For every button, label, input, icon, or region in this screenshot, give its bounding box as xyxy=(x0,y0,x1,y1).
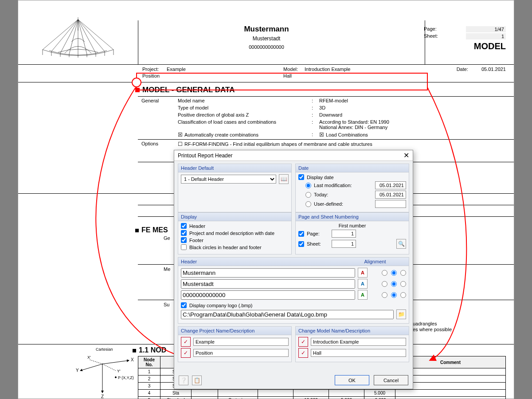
load-combi-check-icon xyxy=(319,132,326,137)
proj-desc-input[interactable] xyxy=(193,349,289,357)
general-data-block: General Model name : RFEM-model Type of … xyxy=(138,96,514,139)
bg-frag1: uadrangles xyxy=(413,321,437,326)
svg-point-15 xyxy=(115,377,117,378)
numbering-sheet-checkbox[interactable] xyxy=(298,241,304,247)
fe-sub-su: Su xyxy=(164,302,169,307)
lastmod-date-input[interactable] xyxy=(375,181,406,189)
model-desc-input[interactable] xyxy=(311,349,406,357)
coordinate-system-icon: Cartesian X Y Z X' Y' P (X,Y,Z) xyxy=(71,346,147,399)
table-row: 4Sta5.000 xyxy=(138,390,506,397)
svg-text:X: X xyxy=(131,357,134,362)
project-value: Example xyxy=(167,66,186,72)
svg-text:Y': Y' xyxy=(117,369,121,373)
company-number: 0000000000000 xyxy=(142,44,391,50)
header-default-select[interactable]: 1 - Default Header xyxy=(181,175,276,184)
svg-text:Z: Z xyxy=(101,394,104,399)
header-meta: Page: 1/47 Sheet: 1 MODEL xyxy=(424,26,506,51)
date-user-radio[interactable] xyxy=(305,201,311,207)
svg-line-14 xyxy=(89,360,102,364)
options-block: Options RF-FORM-FINDING - Find initial e… xyxy=(138,140,514,149)
fe-sub-me: Me xyxy=(164,266,170,272)
browse-logo-icon[interactable]: 📁 xyxy=(396,309,406,319)
display-group: Display Header Project and model descrip… xyxy=(178,212,292,254)
svg-text:Y: Y xyxy=(76,368,79,373)
display-footer-checkbox[interactable] xyxy=(181,237,187,243)
date-lastmod-radio[interactable] xyxy=(305,183,311,188)
change-project-group: Change Project Name/Description ✓ ✓ xyxy=(178,326,292,362)
option-check-icon xyxy=(178,141,184,147)
dialog-title: Printout Report Header xyxy=(178,153,232,159)
header-line1-input[interactable] xyxy=(181,268,355,278)
black-square-icon xyxy=(135,229,139,232)
dialog-titlebar[interactable]: Printout Report Header ✕ xyxy=(174,150,413,161)
model-label: Model: xyxy=(283,66,305,72)
display-header-checkbox[interactable] xyxy=(181,223,187,229)
model-name-input[interactable] xyxy=(311,338,406,346)
display-logo-checkbox[interactable] xyxy=(181,302,187,308)
hall-value: Hall xyxy=(283,73,292,78)
cancel-button[interactable]: Cancel xyxy=(374,375,408,385)
display-projdesc-checkbox[interactable] xyxy=(181,230,187,236)
align-row1 xyxy=(382,270,406,276)
numbering-settings-icon[interactable]: 🔍 xyxy=(396,239,406,249)
header-section-group: Header Alignment A A A xyxy=(178,257,409,324)
red-square-icon xyxy=(135,88,140,92)
browse-icon[interactable]: 📖 xyxy=(279,174,289,184)
model-value: Introduction Example xyxy=(305,66,350,72)
company-logo xyxy=(27,14,129,60)
header-line3-input[interactable] xyxy=(181,290,355,300)
project-line: Project:Example Position Model:Introduct… xyxy=(18,65,514,82)
today-date-input[interactable] xyxy=(375,191,406,199)
help-icon[interactable]: ❔ xyxy=(179,376,188,385)
header-default-group: Header Default 1 - Default Header 📖 xyxy=(178,164,292,212)
close-icon[interactable]: ✕ xyxy=(403,151,409,160)
svg-line-13 xyxy=(102,364,116,371)
bg-frag2: es where possible xyxy=(413,327,452,332)
page-value: 1/47 xyxy=(466,26,506,32)
project-label: Project: xyxy=(142,66,167,72)
numbering-page-checkbox[interactable] xyxy=(298,231,304,237)
check-icon[interactable]: ✓ xyxy=(181,337,191,347)
check-icon[interactable]: ✓ xyxy=(181,348,191,358)
ok-button[interactable]: OK xyxy=(335,375,369,385)
page-firstnum-input[interactable] xyxy=(332,230,356,238)
printout-report-header-dialog: Printout Report Header ✕ Header Default … xyxy=(174,150,413,389)
options-label: Options xyxy=(139,141,174,148)
date-today-radio[interactable] xyxy=(305,192,311,198)
fe-sub-ge: Ge xyxy=(164,235,170,241)
report-header: Mustermann Musterstadt 0000000000000 Pag… xyxy=(18,0,514,65)
page-label: Page: xyxy=(424,26,437,32)
display-blackcircles-checkbox[interactable] xyxy=(181,244,187,250)
change-model-group: Change Model Name/Description ✓ ✓ xyxy=(295,326,409,362)
user-date-input[interactable] xyxy=(375,200,406,208)
font-icon[interactable]: A xyxy=(358,279,368,289)
display-date-checkbox[interactable] xyxy=(298,174,304,180)
sheet-label: Sheet: xyxy=(424,33,438,39)
copy-icon[interactable]: 📋 xyxy=(192,376,202,385)
section-title-general: MODEL - GENERAL DATA xyxy=(133,82,514,96)
check-icon[interactable]: ✓ xyxy=(298,337,308,347)
svg-text:P (X,Y,Z): P (X,Y,Z) xyxy=(118,376,134,380)
numbering-group: Page and Sheet Numbering First number Pa… xyxy=(295,212,409,254)
position-label: Position xyxy=(142,73,167,78)
svg-text:X': X' xyxy=(87,355,91,360)
general-heading: General xyxy=(139,98,174,104)
header-title-block: Mustermann Musterstadt 0000000000000 xyxy=(142,25,391,50)
sheet-firstnum-input[interactable] xyxy=(332,240,356,248)
check-icon[interactable]: ✓ xyxy=(298,348,308,358)
date-group: Date Display date Last modification: Tod… xyxy=(295,164,409,212)
font-icon[interactable]: A xyxy=(358,290,368,300)
svg-text:Cartesian: Cartesian xyxy=(96,347,113,352)
table-row: 5Standard-Cartesian10.0005.000-9.800 xyxy=(138,397,506,399)
logo-path-input[interactable] xyxy=(181,310,394,319)
date-label: Date: xyxy=(457,66,468,72)
svg-line-10 xyxy=(102,360,129,364)
header-line2-input[interactable] xyxy=(181,279,355,289)
proj-name-input[interactable] xyxy=(193,338,289,346)
model-big-label: MODEL xyxy=(424,41,506,51)
font-icon[interactable]: A xyxy=(358,268,368,278)
company-name: Mustermann xyxy=(142,25,391,34)
fe-mesh-title: FE MES xyxy=(133,223,168,236)
sheet-value: 1 xyxy=(466,33,506,39)
svg-line-11 xyxy=(80,364,102,371)
